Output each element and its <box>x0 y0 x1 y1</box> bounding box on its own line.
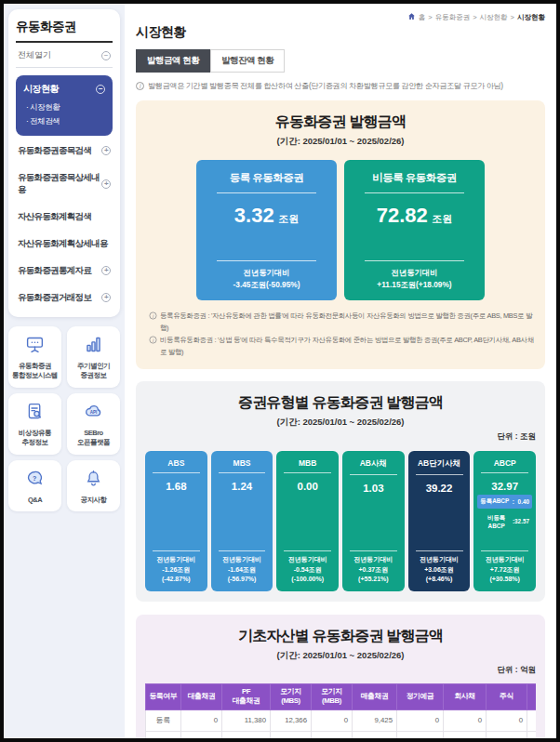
sidebar-item-plan-detail[interactable]: 자산유동화계획상세내용 <box>16 231 113 258</box>
stat-value: 1.24 <box>214 481 271 492</box>
breadcrumb-sep: > <box>473 13 476 21</box>
collapse-circle-icon[interactable]: − <box>96 85 105 94</box>
submenu-item-market-status[interactable]: · 시장현황 <box>26 100 105 114</box>
unit-label: 단위 : 억원 <box>145 665 536 676</box>
divider <box>365 192 464 193</box>
breadcrumb-home[interactable]: 홈 <box>419 13 426 22</box>
stat-value: 3.32 조원 <box>206 204 327 228</box>
sidebar-title: 유동화증권 <box>16 19 113 43</box>
notice-line: i 발행금액은 기간별 발행종목 전체를 합산하여 산출(단기증권의 차환발행규… <box>136 81 545 91</box>
submenu-item-full-search[interactable]: · 전체검색 <box>26 114 105 128</box>
tile-label: 비상장유통추정정보 <box>10 429 60 448</box>
info-icon: i <box>149 311 156 319</box>
stat-delta: 전년동기대비 -0.54조원 (-100.00%) <box>279 555 336 585</box>
type-breakdown-card: 증권유형별 유동화증권 발행금액 (기간: 2025/01/01 ~ 2025/… <box>136 381 545 602</box>
type-boxes: ABS 1.68 전년동기대비 -1.26조원 (-42.87%) MBS 1.… <box>145 451 536 591</box>
tab-issuance-amount[interactable]: 발행금액 현황 <box>136 49 210 73</box>
nav-panel: 유동화증권 전체열기 − 시장현황 − · 시장현황 · 전체검색 유동화증권종… <box>8 9 120 317</box>
info-icon: i <box>149 336 156 343</box>
breadcrumb-item[interactable]: 시장현황 <box>480 13 508 22</box>
sidebar-item-label: 유동화증권거래정보 <box>18 292 91 304</box>
stat-value: 72.82 조원 <box>353 204 475 228</box>
divider <box>365 260 464 261</box>
breadcrumb-sep: > <box>428 13 432 21</box>
board-icon <box>25 341 45 357</box>
divider <box>284 550 331 551</box>
sidebar-item-market-status-active[interactable]: 시장현황 − · 시장현황 · 전체검색 <box>16 75 113 136</box>
tile-label: SEBro오픈플랫폼 <box>69 429 118 448</box>
sidebar-item-label: 자산유동화계획검색 <box>18 211 91 223</box>
tile-label: 공지사항 <box>69 496 118 506</box>
tile-unlisted-estimate-info[interactable]: 비상장유통추정정보 <box>8 393 61 455</box>
breadcrumb-current: 시장현황 <box>517 13 545 22</box>
stat-delta: 전년동기대비 +11.15조원(+18.09%) <box>353 267 475 291</box>
bell-icon <box>84 475 103 491</box>
sidebar-item-security-search[interactable]: 유동화증권종목검색 + <box>16 138 113 165</box>
asset-breakdown-card: 기초자산별 유동화증권 발행금액 (기간: 2025/01/01 ~ 2025/… <box>136 615 545 738</box>
footnote-text: 등록유동화증권 : '자산유동화에 관한 법률'에 따라 유동화전문회사등이 자… <box>160 311 536 335</box>
active-submenu: · 시장현황 · 전체검색 <box>23 100 105 129</box>
notice-text: 발행금액은 기간별 발행종목 전체를 합산하여 산출(단기증권의 차환발행규모를… <box>148 81 503 91</box>
table-header-row: 등록여부대출채권 PF 대출채권모기지 (MBS) 모기지 (MBB)매출채권 … <box>146 683 537 709</box>
breadcrumb-item[interactable]: 유동화증권 <box>435 13 471 22</box>
stat-box-abcp: ABCP 32.97 등록ABCP : 0.40 비등록ABCP : 32.57 <box>473 451 536 591</box>
tile-periodic-popular-info[interactable]: 주기별인기증권정보 <box>67 326 120 388</box>
card-title: 유동화증권 발행금액 <box>145 113 536 132</box>
stat-delta: 전년동기대비 +7.72조원 (+30.58%) <box>476 555 533 585</box>
stat-name: ABCP <box>476 458 533 468</box>
sidebar-item-statistics[interactable]: 유동화증권통계자료 + <box>16 258 113 285</box>
stat-box-registered: 등록 유동화증권 3.32 조원 전년동기대비 -3.45조원(-50.95%) <box>196 160 337 300</box>
stat-delta: 전년동기대비 -3.45조원(-50.95%) <box>206 267 327 291</box>
stat-delta: 전년동기대비 +3.06조원 (+8.46%) <box>411 555 468 585</box>
stat-value: 1.03 <box>345 483 402 494</box>
stat-box-unregistered: 비등록 유동화증권 72.82 조원 전년동기대비 +11.15조원(+18.0… <box>344 160 485 300</box>
stat-delta: 전년동기대비 -1.64조원 (-56.97%) <box>214 555 271 585</box>
expand-circle-icon[interactable]: + <box>101 179 111 189</box>
stat-value: 0.00 <box>279 481 336 492</box>
stat-name: MBS <box>214 458 271 468</box>
expand-circle-icon[interactable]: + <box>101 293 111 302</box>
expand-all-toggle[interactable]: 전체열기 − <box>16 43 113 68</box>
divider <box>481 472 528 473</box>
app-window: 유동화증권 전체열기 − 시장현황 − · 시장현황 · 전체검색 유동화증권종… <box>4 4 556 738</box>
tile-notice[interactable]: 공지사항 <box>67 460 120 512</box>
abcp-registered-row: 등록ABCP : 0.40 <box>477 495 532 509</box>
info-icon: i <box>136 82 144 90</box>
table-row: 비등록130,666,… 231,691,…0 062,683.72 182,6… <box>146 731 537 738</box>
sidebar-item-plan-search[interactable]: 자산유동화계획검색 <box>16 204 113 231</box>
sidebar-item-label: 자산유동화계획상세내용 <box>18 238 108 250</box>
tab-outstanding-balance[interactable]: 발행잔액 현황 <box>210 49 285 73</box>
divider <box>219 472 266 473</box>
shortcut-tiles: 유동화증권통합정보시스템 주기별인기증권정보 <box>8 326 120 512</box>
stat-name: ABS <box>148 458 205 468</box>
svg-text:API: API <box>90 409 98 414</box>
collapse-circle-icon[interactable]: − <box>101 51 111 60</box>
divider <box>217 192 316 193</box>
tile-integrated-info-system[interactable]: 유동화증권통합정보시스템 <box>8 326 61 388</box>
divider <box>481 550 528 551</box>
stat-box-mbb: MBB 0.00 전년동기대비 -0.54조원 (-100.00%) <box>276 451 339 591</box>
abcp-unregistered-row: 비등록ABCP : 32.57 <box>477 511 532 532</box>
tile-qna[interactable]: ? Q&A <box>8 460 61 512</box>
sidebar-item-security-detail[interactable]: 유동화증권종목상세내용 + <box>16 165 113 204</box>
divider <box>350 550 397 551</box>
stat-name: 등록 유동화증권 <box>206 171 327 185</box>
card-period: (기간: 2025/01/01 ~ 2025/02/26) <box>145 417 536 429</box>
divider <box>153 472 200 473</box>
issuance-summary-card: 유동화증권 발행금액 (기간: 2025/01/01 ~ 2025/02/26)… <box>136 100 545 369</box>
stat-box-abs: ABS 1.68 전년동기대비 -1.26조원 (-42.87%) <box>145 451 207 591</box>
divider <box>153 550 200 551</box>
screenshot-frame: 유동화증권 전체열기 − 시장현황 − · 시장현황 · 전체검색 유동화증권종… <box>0 0 560 742</box>
expand-circle-icon[interactable]: + <box>101 266 111 275</box>
sidebar-item-label: 유동화증권통계자료 <box>18 265 91 277</box>
stat-box-ab-bond: AB사채 1.03 전년동기대비 +0.37조원 (+55.21%) <box>342 451 405 591</box>
asset-table-viewport: 등록여부대출채권 PF 대출채권모기지 (MBS) 모기지 (MBB)매출채권 … <box>145 683 536 738</box>
card-period: (기간: 2025/01/01 ~ 2025/02/26) <box>145 136 536 148</box>
expand-all-label: 전체열기 <box>18 49 51 61</box>
sidebar-item-trade-info[interactable]: 유동화증권거래정보 + <box>16 285 113 311</box>
expand-circle-icon[interactable]: + <box>101 146 111 155</box>
home-icon[interactable] <box>407 12 416 22</box>
card-period: (기간: 2025/01/01 ~ 2025/02/26) <box>145 650 536 662</box>
table-row: 등록0 11,38012,366 09,425 00 0 <box>146 709 537 731</box>
tile-sebro-open-platform[interactable]: API SEBro오픈플랫폼 <box>67 393 120 455</box>
